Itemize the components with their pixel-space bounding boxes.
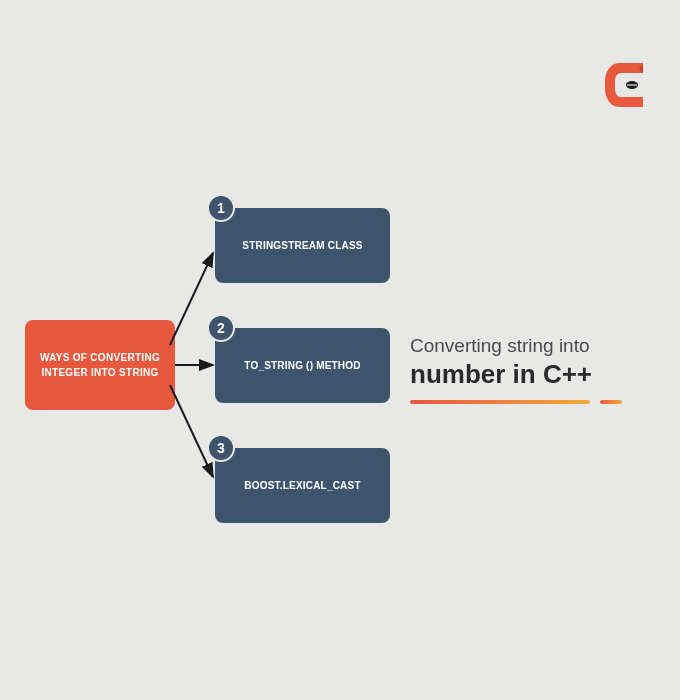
svg-line-3 [170, 385, 213, 477]
brand-logo-icon [595, 55, 655, 115]
title-underline [410, 400, 625, 404]
method-box-1: 1 STRINGSTREAM CLASS [215, 208, 390, 283]
title-small-text: Converting string into [410, 335, 660, 357]
title-big-text: number in C++ [410, 359, 660, 390]
title-block: Converting string into number in C++ [410, 335, 660, 404]
source-box-label: WAYS OF CONVERTING INTEGER INTO STRING [35, 350, 165, 380]
method-label-3: BOOST.LEXICAL_CAST [244, 478, 360, 493]
method-label-2: TO_STRING () METHOD [244, 358, 360, 373]
method-label-1: STRINGSTREAM CLASS [242, 238, 362, 253]
method-box-2: 2 TO_STRING () METHOD [215, 328, 390, 403]
badge-3: 3 [207, 434, 235, 462]
badge-1: 1 [207, 194, 235, 222]
badge-2: 2 [207, 314, 235, 342]
method-box-3: 3 BOOST.LEXICAL_CAST [215, 448, 390, 523]
source-box: WAYS OF CONVERTING INTEGER INTO STRING [25, 320, 175, 410]
